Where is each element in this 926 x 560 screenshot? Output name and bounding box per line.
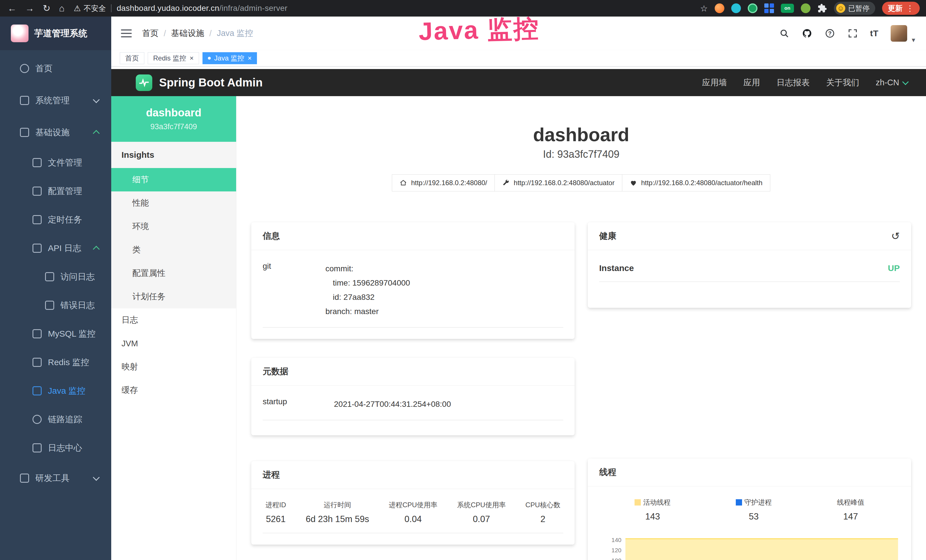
hamburger-icon[interactable]: [121, 29, 132, 37]
insights-group: Insights 细节 性能 环境 类 配置属性 计划任务: [111, 142, 236, 309]
sidebar-item-metrics[interactable]: 性能: [111, 191, 236, 215]
switch-on-extension-icon[interactable]: on: [781, 4, 794, 13]
sidebar-item-redis-monitor[interactable]: Redis 监控: [0, 348, 111, 377]
font-size-icon[interactable]: tT: [870, 29, 879, 38]
java-monitor-icon: [33, 386, 42, 395]
sidebar-item-access-log[interactable]: 访问日志: [0, 262, 111, 291]
sidebar-item-label: MySQL 监控: [48, 328, 95, 340]
sba-nav-journal[interactable]: 日志报表: [776, 77, 809, 88]
mysql-monitor-icon: [33, 329, 42, 338]
sidebar-item-caches[interactable]: 缓存: [111, 378, 236, 402]
instance-header[interactable]: dashboard 93a3fc7f7409: [111, 96, 236, 142]
sidebar-item-label: 首页: [35, 63, 53, 74]
sidebar-item-system-management[interactable]: 系统管理: [0, 85, 111, 117]
actuator-url-link[interactable]: http://192.168.0.2:48080/actuator: [495, 174, 622, 191]
metadata-key: startup: [263, 397, 334, 412]
history-icon[interactable]: ↺: [891, 231, 900, 241]
sidebar-item-home[interactable]: 首页: [0, 53, 111, 85]
chrome-update-button[interactable]: 更新 ⋮: [882, 2, 920, 15]
sidebar-item-mysql-monitor[interactable]: MySQL 监控: [0, 319, 111, 348]
sidebar-item-classes[interactable]: 类: [111, 238, 236, 262]
profile-paused-badge[interactable]: ☺ 已暂停: [834, 2, 875, 15]
sidebar-item-label: Redis 监控: [48, 357, 89, 368]
sidebar-item-details[interactable]: 细节: [111, 168, 236, 191]
sidebar-item-environment[interactable]: 环境: [111, 215, 236, 238]
close-icon[interactable]: ×: [190, 55, 194, 62]
process-stat-uptime: 运行时间 6d 23h 15m 59s: [306, 500, 369, 524]
close-icon[interactable]: ×: [248, 55, 251, 62]
github-icon[interactable]: [802, 28, 813, 39]
sba-nav-about[interactable]: 关于我们: [826, 77, 859, 88]
avatar[interactable]: [891, 25, 907, 42]
forward-icon[interactable]: →: [25, 3, 34, 14]
back-icon[interactable]: ←: [8, 3, 17, 14]
instance-id: 93a3fc7f7409: [150, 123, 197, 131]
sba-brand[interactable]: Spring Boot Admin: [136, 74, 263, 91]
drop-extension-icon[interactable]: [731, 3, 741, 13]
sidebar-item-config-management[interactable]: 配置管理: [0, 177, 111, 206]
service-url-link[interactable]: http://192.168.0.2:48080/: [392, 174, 495, 191]
sidebar-item-jvm[interactable]: JVM: [111, 332, 236, 355]
search-icon[interactable]: [779, 28, 790, 39]
sidebar-item-scheduled-tasks[interactable]: 定时任务: [0, 206, 111, 234]
sidebar-item-scheduled[interactable]: 计划任务: [111, 285, 236, 309]
git-branch-line: branch: master: [325, 304, 563, 319]
sidebar-item-error-log[interactable]: 错误日志: [0, 291, 111, 319]
health-url-link[interactable]: http://192.168.0.2:48080/actuator/health: [622, 174, 770, 191]
tab-java-monitor[interactable]: Java 监控 ×: [203, 52, 257, 64]
redis-monitor-icon: [33, 358, 42, 367]
sidebar-item-devtools[interactable]: 研发工具: [0, 462, 111, 494]
fox-extension-icon[interactable]: [715, 3, 724, 13]
annotation-java-monitor: Java 监控: [418, 11, 540, 48]
home-nav-icon[interactable]: ⌂: [59, 3, 65, 14]
info-value: commit: time: 1596289704000 id: 27aa832 …: [325, 262, 563, 319]
app-sidebar: 芋道管理系统 首页 系统管理 基础设施 文件管理 配置管理 定时任务: [0, 17, 111, 560]
tab-label: 首页: [125, 54, 139, 63]
reload-icon[interactable]: ↻: [43, 3, 50, 14]
sidebar-item-label: Java 监控: [48, 385, 86, 397]
security-label: 不安全: [83, 3, 106, 14]
help-icon[interactable]: ?: [825, 28, 835, 39]
grid-extension-icon[interactable]: [764, 3, 774, 13]
sba-nav-applications[interactable]: 应用: [743, 77, 760, 88]
security-chip[interactable]: ⚠ 不安全: [74, 3, 106, 14]
extensions-puzzle-icon[interactable]: [817, 3, 827, 13]
sba-nav-wallboard[interactable]: 应用墙: [702, 77, 727, 88]
app-logo: 芋道管理系统: [0, 17, 111, 50]
tab-home[interactable]: 首页: [120, 52, 144, 64]
tab-redis-monitor[interactable]: Redis 监控 ×: [148, 52, 199, 64]
sidebar-item-api-log[interactable]: API 日志: [0, 234, 111, 262]
git-id-line: id: 27aa832: [325, 290, 563, 304]
sba-language-select[interactable]: zh-CN: [876, 78, 908, 87]
green-circle-extension-icon[interactable]: [748, 3, 758, 13]
sidebar-item-trace[interactable]: 链路追踪: [0, 405, 111, 434]
sidebar-item-java-monitor[interactable]: Java 监控: [0, 377, 111, 405]
health-instance-label: Instance: [599, 263, 634, 273]
sidebar-item-file-management[interactable]: 文件管理: [0, 148, 111, 177]
sidebar-item-infrastructure[interactable]: 基础设施: [0, 117, 111, 148]
health-instance-row[interactable]: Instance UP: [599, 263, 900, 282]
breadcrumb-infrastructure[interactable]: 基础设施: [171, 28, 204, 39]
more-menu-icon[interactable]: ⋮: [906, 4, 914, 13]
sidebar-item-config-props[interactable]: 配置属性: [111, 262, 236, 285]
main-content: dashboard Id: 93a3fc7f7409 http://192.16…: [236, 96, 926, 560]
bookmark-star-icon[interactable]: ☆: [700, 3, 708, 14]
process-stat-cpus: CPU核心数 2: [525, 500, 560, 524]
error-log-icon: [45, 301, 54, 310]
sidebar-item-log-center[interactable]: 日志中心: [0, 434, 111, 462]
log-center-icon: [33, 443, 42, 453]
chevron-down-icon: [902, 79, 909, 85]
health-heart-icon: [630, 179, 637, 186]
chevron-up-icon: [93, 246, 100, 253]
process-stat-pid: 进程ID 5261: [265, 500, 286, 524]
address-bar[interactable]: dashboard.yudao.iocoder.cn/infra/admin-s…: [117, 4, 287, 13]
leaf-extension-icon[interactable]: [801, 3, 811, 13]
metadata-value: 2021-04-27T00:44:31.254+08:00: [334, 397, 563, 412]
sidebar-item-mappings[interactable]: 映射: [111, 355, 236, 378]
access-log-icon: [45, 272, 54, 281]
fullscreen-icon[interactable]: [847, 28, 858, 39]
sidebar-item-logs[interactable]: 日志: [111, 309, 236, 332]
breadcrumb-home[interactable]: 首页: [142, 28, 159, 39]
insights-group-title: Insights: [111, 142, 236, 168]
divider: [111, 4, 112, 12]
